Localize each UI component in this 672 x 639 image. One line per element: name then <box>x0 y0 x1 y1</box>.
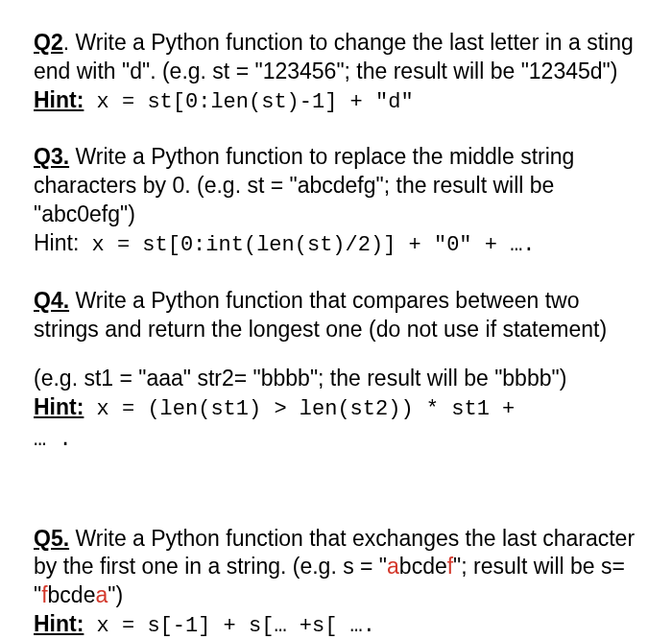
q5-red1: a <box>387 554 399 579</box>
q4-hint-code: x = (len(st1) > len(st2)) * st1 + <box>84 397 515 421</box>
q3-hint-label: Hint: <box>34 230 79 255</box>
q5-label: Q5. <box>34 526 69 551</box>
q5-text-e: ") <box>108 582 123 607</box>
q5-text-b: bcde <box>399 554 447 579</box>
q3-label: Q3. <box>34 144 69 169</box>
q5-red4: a <box>95 582 108 607</box>
q2-hint-label: Hint: <box>34 87 84 112</box>
q5-hint-label: Hint: <box>34 611 84 636</box>
q3-hint-code: x = st[0:int(len(st)/2)] + "0" + …. <box>79 233 535 257</box>
question-q2: Q2. Write a Python function to change th… <box>34 29 638 116</box>
q4-text: Write a Python function that compares be… <box>34 288 607 342</box>
q4-hint-label: Hint: <box>34 394 84 419</box>
q3-text: Write a Python function to replace the m… <box>34 144 574 226</box>
q5-text-d: bcde <box>48 582 96 607</box>
q2-hint-code: x = st[0:len(st)-1] + "d" <box>84 90 413 114</box>
q2-text: . Write a Python function to change the … <box>34 30 634 83</box>
q4-hint-code2: … . <box>34 428 72 452</box>
q4-example: (e.g. st1 = "aaa" str2= "bbbb"; the resu… <box>34 365 638 393</box>
q4-label: Q4. <box>34 288 69 313</box>
question-q3: Q3. Write a Python function to replace t… <box>34 143 638 259</box>
q5-hint-code: x = s[-1] + s[… +s[ …. <box>84 614 375 638</box>
question-q4: Q4. Write a Python function that compare… <box>34 287 638 455</box>
question-q5: Q5. Write a Python function that exchang… <box>34 525 638 640</box>
q2-label: Q2 <box>34 30 63 55</box>
